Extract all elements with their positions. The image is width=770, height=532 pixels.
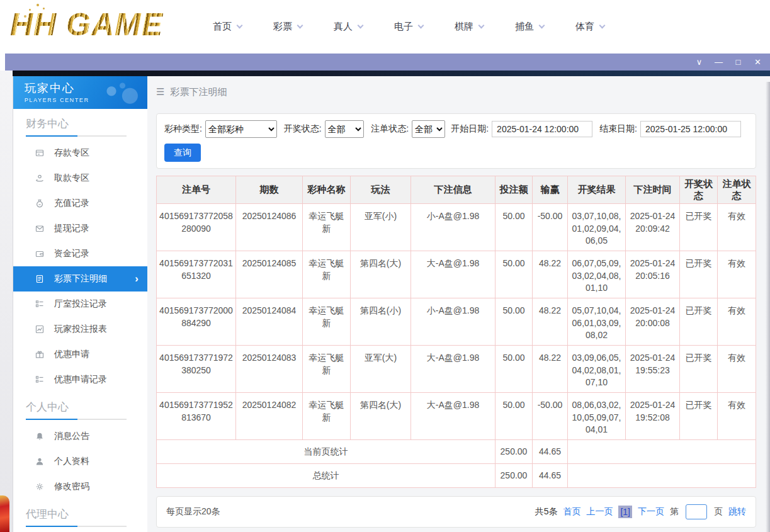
logo-confetti-dot bbox=[24, 15, 26, 18]
table-cell: 08,06,03,02,10,05,09,07,04,01 bbox=[568, 393, 626, 440]
table-cell: 50.00 bbox=[495, 298, 533, 346]
sidebar-item-1-7[interactable]: 厅室投注记录 bbox=[13, 291, 147, 317]
logo: HH GAME bbox=[10, 6, 163, 43]
window-close-button[interactable]: ✕ bbox=[748, 54, 767, 71]
lottery-type-select[interactable]: 全部彩种 bbox=[205, 120, 277, 138]
sidebar-header: 玩家中心 PLAYERS CENTER bbox=[13, 76, 147, 109]
start-date-input[interactable] bbox=[492, 121, 592, 137]
window-menu-button[interactable]: ∨ bbox=[689, 54, 709, 71]
table-cell: 亚军(小) bbox=[351, 204, 411, 251]
table-cell: 48.22 bbox=[533, 298, 568, 346]
top-nav: 首页彩票真人电子棋牌捕鱼体育 bbox=[213, 0, 604, 54]
window-minimize-button[interactable]: — bbox=[709, 54, 728, 71]
summary-bet-total: 250.00 bbox=[495, 464, 533, 488]
chevron-down-icon bbox=[418, 23, 424, 29]
sidebar-item-2-1[interactable]: 消息公告 bbox=[13, 424, 147, 449]
column-header: 期数 bbox=[236, 176, 303, 204]
nav-item-6[interactable]: 捕鱼 bbox=[515, 21, 544, 33]
sidebar-item-label: 玩家投注报表 bbox=[54, 324, 107, 335]
table-cell: 亚军(大) bbox=[351, 346, 411, 393]
table-cell: 2025-01-24 19:55:23 bbox=[626, 346, 680, 393]
nav-item-label: 捕鱼 bbox=[515, 21, 534, 33]
current-page-indicator[interactable]: [1] bbox=[618, 506, 632, 518]
prev-page-link[interactable]: 上一页 bbox=[586, 506, 613, 518]
table-cell: 401569173771972380250 bbox=[157, 346, 236, 393]
sidebar-item-label: 充值记录 bbox=[54, 198, 89, 209]
end-date-input[interactable] bbox=[640, 121, 741, 137]
sidebar-item-1-3[interactable]: 充值记录 bbox=[13, 191, 147, 216]
section-title-3: 代理中心 bbox=[26, 508, 147, 521]
order-status-select[interactable]: 全部 bbox=[412, 120, 445, 138]
column-header: 开奖状态 bbox=[680, 176, 718, 204]
draw-status-select[interactable]: 全部 bbox=[325, 120, 365, 138]
search-button[interactable]: 查询 bbox=[164, 144, 201, 162]
sidebar-item-label: 优惠申请记录 bbox=[54, 374, 107, 385]
hamburger-icon[interactable]: ☰ bbox=[156, 86, 164, 98]
sidebar-item-label: 厅室投注记录 bbox=[54, 298, 107, 310]
table-cell: 大-A盘@1.98 bbox=[411, 251, 495, 298]
sidebar-item-1-9[interactable]: 优惠申请 bbox=[13, 342, 147, 367]
jump-suffix-text: 页 bbox=[714, 506, 723, 518]
first-page-link[interactable]: 首页 bbox=[563, 506, 580, 518]
column-header: 注单号 bbox=[157, 176, 236, 204]
jump-page-input[interactable] bbox=[686, 504, 707, 519]
jump-button[interactable]: 跳转 bbox=[728, 506, 746, 518]
table-cell: 03,07,10,08,01,02,09,04,06,05 bbox=[568, 204, 626, 251]
promo-apply-icon bbox=[35, 349, 45, 359]
column-header: 投注额 bbox=[495, 176, 533, 204]
column-header: 注单状态 bbox=[718, 176, 756, 204]
nav-item-5[interactable]: 棋牌 bbox=[455, 21, 484, 33]
bell-icon bbox=[35, 431, 45, 441]
table-cell: 401569173772031651320 bbox=[157, 251, 236, 298]
end-date-label: 结束日期: bbox=[599, 123, 637, 135]
table-cell: 已开奖 bbox=[680, 393, 718, 440]
nav-item-3[interactable]: 真人 bbox=[334, 21, 363, 33]
chevron-down-icon bbox=[478, 23, 485, 29]
table-cell: 2025-01-24 19:52:08 bbox=[626, 393, 680, 440]
sidebar-item-2-2[interactable]: 个人资料 bbox=[13, 449, 147, 474]
table-cell: 20250124085 bbox=[236, 251, 303, 298]
nav-item-label: 体育 bbox=[575, 21, 594, 33]
nav-item-7[interactable]: 体育 bbox=[575, 21, 604, 33]
sidebar-item-1-5[interactable]: 资金记录 bbox=[13, 241, 147, 266]
sidebar-item-1-4[interactable]: 提现记录 bbox=[13, 216, 147, 241]
table-cell: 幸运飞艇新 bbox=[303, 251, 351, 298]
nav-item-1[interactable]: 首页 bbox=[213, 21, 242, 33]
nav-item-label: 首页 bbox=[213, 21, 232, 33]
desktop-wallpaper-decoration bbox=[0, 495, 9, 532]
sidebar-item-label: 资金记录 bbox=[54, 248, 89, 259]
section-title-2: 个人中心 bbox=[26, 401, 147, 414]
sidebar-item-1-2[interactable]: 取款专区 bbox=[13, 166, 147, 191]
window-controls: ∨—□✕ bbox=[689, 54, 767, 71]
window-top-strip bbox=[13, 71, 770, 76]
nav-item-4[interactable]: 电子 bbox=[394, 21, 423, 33]
window-maximize-button[interactable]: □ bbox=[728, 54, 748, 71]
table-row: 40156917377205828009020250124086幸运飞艇新亚军(… bbox=[157, 204, 756, 251]
sidebar-item-label: 个人资料 bbox=[54, 456, 89, 467]
deposit-icon bbox=[35, 148, 45, 158]
draw-status-label: 开奖状态: bbox=[284, 123, 322, 135]
table-cell: 05,07,10,04,06,01,03,09,08,02 bbox=[568, 298, 626, 346]
table-cell: 401569173771952813670 bbox=[157, 393, 236, 440]
table-cell: 20250124082 bbox=[236, 393, 303, 440]
summary-empty-cell bbox=[568, 464, 756, 488]
next-page-link[interactable]: 下一页 bbox=[638, 506, 664, 518]
nav-item-2[interactable]: 彩票 bbox=[273, 21, 302, 33]
sidebar-item-2-3[interactable]: 修改密码 bbox=[13, 474, 147, 499]
sidebar-item-1-10[interactable]: 优惠申请记录 bbox=[13, 367, 147, 392]
sidebar-item-1-6[interactable]: 彩票下注明细› bbox=[13, 266, 147, 291]
table-cell: 有效 bbox=[718, 251, 756, 298]
table-cell: 已开奖 bbox=[680, 298, 718, 346]
table-cell: 已开奖 bbox=[680, 251, 718, 298]
total-count-text: 共5条 bbox=[535, 506, 558, 518]
chevron-down-icon bbox=[539, 23, 545, 29]
nav-item-label: 彩票 bbox=[273, 21, 292, 33]
logo-confetti-dot bbox=[37, 4, 39, 6]
column-header: 下注时间 bbox=[626, 176, 680, 204]
order-status-label: 注单状态: bbox=[371, 123, 409, 135]
table-cell: 第四名(大) bbox=[351, 251, 411, 298]
lottery-type-label: 彩种类型: bbox=[164, 123, 202, 135]
page-size-text: 每页显示20条 bbox=[166, 506, 220, 518]
sidebar-item-1-1[interactable]: 存款专区 bbox=[13, 140, 147, 166]
sidebar-item-1-8[interactable]: 玩家投注报表 bbox=[13, 317, 147, 342]
